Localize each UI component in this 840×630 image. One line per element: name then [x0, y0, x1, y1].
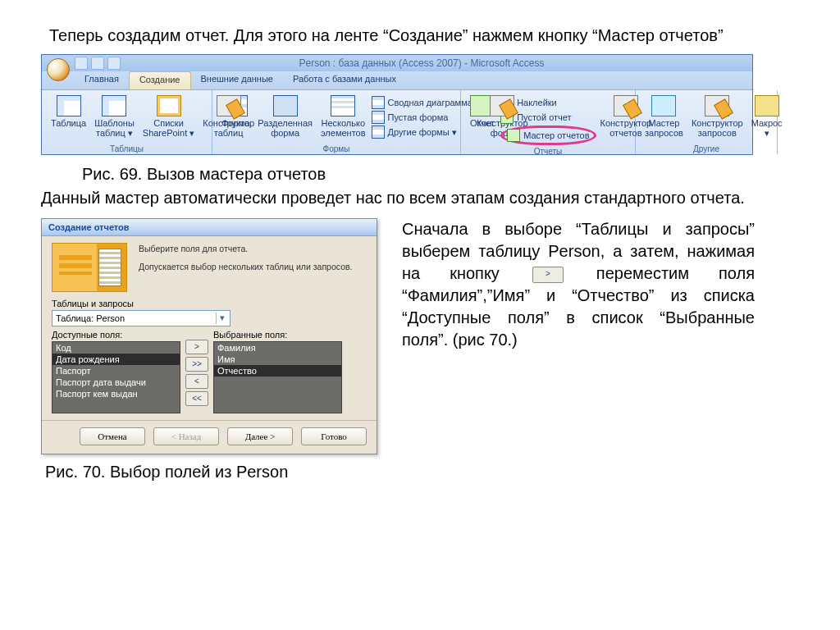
dialog-banner-text: Выберите поля для отчета. Допускается вы… — [139, 243, 353, 292]
table-design-icon — [217, 95, 241, 116]
move-all-right-button[interactable]: >> — [185, 357, 208, 372]
list-item[interactable]: Паспорт дата выдачи — [52, 377, 180, 388]
qat-redo-icon[interactable] — [107, 57, 121, 70]
list-item[interactable]: Имя — [214, 354, 341, 365]
group-forms-title: Формы — [217, 144, 455, 153]
btn-multiple-items[interactable]: Несколько элементов — [317, 94, 369, 139]
window-title: Person : база данных (Access 2007) - Mic… — [124, 57, 719, 69]
selected-fields-list[interactable]: ФамилияИмяОтчество — [213, 341, 342, 413]
blank-form-icon — [372, 111, 385, 124]
btn-table[interactable]: Таблица — [48, 94, 89, 130]
combo-value: Таблица: Person — [56, 313, 125, 323]
caption-70: Рис. 70. Выбор полей из Person — [45, 463, 840, 482]
btn-blank-form[interactable]: Пустая форма — [372, 111, 472, 124]
finish-button[interactable]: Готово — [301, 427, 367, 445]
sharepoint-icon — [157, 95, 181, 116]
office-button[interactable] — [47, 58, 70, 81]
btn-pivot-chart[interactable]: Сводная диаграмма — [372, 96, 472, 109]
group-other: Мастер запросов Конструктор запросов Мак… — [636, 90, 778, 154]
move-all-left-button[interactable]: << — [185, 391, 208, 406]
table-icon — [57, 95, 81, 116]
available-fields-label: Доступные поля: — [52, 330, 180, 340]
list-item[interactable]: Паспорт — [52, 365, 180, 377]
tab-database-tools[interactable]: Работа с базами данных — [283, 71, 406, 89]
paragraph-2: Данный мастер автоматически проведет нас… — [41, 187, 791, 208]
tab-home[interactable]: Главная — [75, 71, 129, 89]
group-tables: Таблица Шаблоны таблиц ▾ Списки SharePoi… — [42, 90, 212, 154]
query-wizard-icon — [651, 95, 676, 116]
dialog-title: Создание отчетов — [42, 219, 377, 236]
btn-report-wizard[interactable]: Мастер отчетов — [500, 126, 596, 145]
pivot-chart-icon — [372, 96, 385, 109]
list-item[interactable]: Фамилия — [214, 342, 341, 354]
btn-sharepoint-lists[interactable]: Списки SharePoint ▾ — [139, 94, 198, 140]
tables-queries-combo[interactable]: Таблица: Person ▾ — [52, 310, 231, 326]
tables-queries-label: Таблицы и запросы — [52, 299, 367, 308]
access-ribbon: Person : база данных (Access 2007) - Mic… — [41, 54, 753, 155]
table-templates-icon — [102, 95, 126, 116]
back-button: < Назад — [153, 427, 219, 445]
macro-icon — [755, 95, 779, 116]
qat-save-icon[interactable] — [75, 57, 88, 70]
move-left-button[interactable]: < — [185, 374, 208, 389]
paragraph-aside: Сначала в выборе “Таблицы и запросы” выб… — [402, 218, 755, 351]
next-button[interactable]: Далее > — [227, 427, 293, 445]
list-item[interactable]: Дата рождения — [52, 354, 180, 365]
group-forms: Форма Разделенная форма Несколько элемен… — [212, 90, 461, 154]
chevron-down-icon: ▾ — [216, 313, 228, 324]
selected-fields-label: Выбранные поля: — [213, 330, 342, 340]
report-wizard-dialog: Создание отчетов Выберите поля для отчет… — [41, 218, 377, 454]
cancel-button[interactable]: Отмена — [80, 427, 145, 445]
paragraph-1: Теперь создадим отчет. Для этого на лент… — [49, 25, 795, 46]
tab-create[interactable]: Создание — [129, 71, 191, 89]
group-reports-title: Отчеты — [466, 146, 630, 156]
qat-undo-icon[interactable] — [91, 57, 104, 70]
btn-more-forms[interactable]: Другие формы ▾ — [372, 126, 472, 139]
dialog-banner-image — [52, 243, 127, 292]
btn-query-design[interactable]: Конструктор запросов — [688, 94, 746, 139]
more-forms-icon — [372, 126, 385, 139]
available-fields-list[interactable]: КодДата рожденияПаспортПаспорт дата выда… — [52, 341, 180, 413]
multi-items-icon — [331, 95, 355, 116]
list-item[interactable]: Паспорт кем выдан — [52, 388, 180, 399]
btn-table-templates[interactable]: Шаблоны таблиц ▾ — [91, 94, 138, 140]
report-design-icon — [614, 95, 638, 116]
list-item[interactable]: Код — [52, 342, 180, 354]
list-item[interactable]: Отчество — [214, 365, 341, 377]
report-wizard-icon — [507, 129, 520, 142]
group-other-title: Другие — [641, 144, 772, 153]
group-tables-title: Таблицы — [47, 144, 207, 153]
caption-69: Рис. 69. Вызов мастера отчетов — [82, 165, 840, 184]
btn-query-wizard[interactable]: Мастер запросов — [641, 94, 687, 139]
btn-macro[interactable]: Макрос ▾ — [748, 94, 786, 140]
inline-move-button-icon: > — [532, 267, 564, 283]
group-reports: Отчет Наклейки Пустой отчет Мастер отчет… — [461, 90, 636, 154]
btn-split-form[interactable]: Разделенная форма — [254, 94, 316, 139]
query-design-icon — [705, 95, 729, 116]
form-design-icon — [490, 95, 514, 116]
tab-external-data[interactable]: Внешние данные — [191, 71, 283, 89]
split-form-icon — [273, 95, 298, 116]
move-right-button[interactable]: > — [185, 340, 208, 354]
